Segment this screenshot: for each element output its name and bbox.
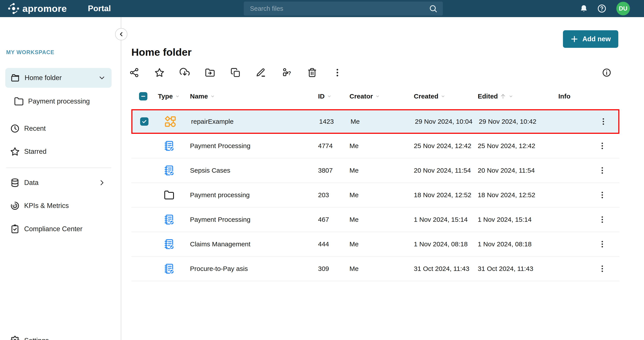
table-row[interactable]: Procure-to-Pay asis309Me31 Oct 2024, 11:… <box>131 257 620 281</box>
column-header-id[interactable]: ID <box>318 90 332 103</box>
change-owner-button[interactable]: ? <box>280 66 294 79</box>
row-actions-button[interactable] <box>596 238 608 250</box>
file-name[interactable]: Procure-to-Pay asis <box>190 265 248 272</box>
help-icon <box>597 4 607 13</box>
info-button[interactable] <box>600 66 613 79</box>
file-id: 467 <box>318 216 329 223</box>
kebab-icon <box>598 142 607 150</box>
file-name[interactable]: Claims Management <box>190 240 250 248</box>
row-actions-button[interactable] <box>598 116 609 127</box>
sidebar-item-compliance-center[interactable]: Compliance Center <box>0 219 118 239</box>
file-name[interactable]: Sepsis Cases <box>190 167 230 174</box>
database-icon <box>10 178 20 187</box>
sidebar-item-label: Compliance Center <box>24 225 82 233</box>
row-actions-button[interactable] <box>596 165 608 176</box>
file-edited: 29 Nov 2024, 10:42 <box>479 118 536 125</box>
column-label: Edited <box>478 93 498 100</box>
star-icon <box>154 68 164 78</box>
select-all-checkbox[interactable] <box>139 92 148 100</box>
sidebar-item-home-folder[interactable]: Home folder <box>5 68 112 88</box>
kebab-icon <box>598 191 607 199</box>
notifications-button[interactable] <box>580 0 588 17</box>
page-title: Home folder <box>131 46 192 58</box>
column-label: ID <box>318 93 325 100</box>
file-creator: Me <box>350 167 359 174</box>
row-actions-button[interactable] <box>596 263 608 274</box>
edit-button[interactable] <box>254 66 267 79</box>
row-checkbox[interactable] <box>140 117 148 126</box>
table-row[interactable]: Payment Processing4774Me25 Nov 2024, 12:… <box>131 134 620 158</box>
sidebar-collapse-button[interactable] <box>115 28 128 40</box>
change-owner-icon: ? <box>282 68 292 78</box>
file-id: 4774 <box>318 142 333 150</box>
brand-name: apromore <box>22 0 67 17</box>
table-row[interactable]: Payment processing203Me18 Nov 2024, 12:5… <box>131 183 620 207</box>
file-created: 18 Nov 2024, 12:52 <box>414 191 471 199</box>
check-icon <box>142 119 147 124</box>
file-table: repairExample1423Me29 Nov 2024, 10:0429 … <box>131 109 620 281</box>
product-name: Portal <box>88 0 111 17</box>
row-actions-button[interactable] <box>596 189 608 201</box>
file-creator: Me <box>350 240 359 248</box>
search-icon[interactable] <box>429 4 438 13</box>
chevron-down-icon <box>174 93 180 99</box>
column-header-type[interactable]: Type <box>158 90 180 103</box>
svg-text:?: ? <box>288 70 291 76</box>
chevron-down-icon <box>210 93 216 99</box>
column-header-edited[interactable]: Edited <box>478 90 514 103</box>
kebab-button[interactable] <box>331 66 344 79</box>
folder-icon <box>164 190 174 200</box>
sidebar-item-settings[interactable]: Settings <box>0 331 118 340</box>
copy-button[interactable] <box>229 66 242 79</box>
move-folder-button[interactable] <box>204 66 216 79</box>
chevron-right-icon[interactable] <box>98 179 106 187</box>
file-name[interactable]: repairExample <box>191 118 234 125</box>
sidebar-item-label: Home folder <box>24 74 62 82</box>
sidebar-item-starred[interactable]: Starred <box>0 142 118 162</box>
row-actions-button[interactable] <box>596 214 608 225</box>
row-actions-button[interactable] <box>596 140 608 152</box>
sidebar-item-recent[interactable]: Recent <box>0 119 118 138</box>
column-header-name[interactable]: Name <box>190 90 216 103</box>
search-input[interactable] <box>244 5 429 12</box>
file-edited: 25 Nov 2024, 12:42 <box>478 142 535 150</box>
table-row[interactable]: Sepsis Cases3807Me20 Nov 2024, 11:5420 N… <box>131 158 620 183</box>
file-edited: 31 Oct 2024, 11:43 <box>478 265 533 272</box>
cloud-download-button[interactable] <box>178 66 191 79</box>
file-creator: Me <box>350 118 360 125</box>
sidebar-item-label: Starred <box>24 148 46 156</box>
folder-open-icon <box>10 73 20 83</box>
user-avatar[interactable]: DU <box>616 2 630 15</box>
star-icon <box>10 147 20 157</box>
table-row[interactable]: Claims Management444Me1 Nov 2024, 08:181… <box>131 232 620 257</box>
file-name[interactable]: Payment Processing <box>190 216 250 223</box>
chevron-down-icon[interactable] <box>98 74 106 82</box>
file-creator: Me <box>350 265 359 272</box>
bpmn-icon <box>164 115 176 128</box>
help-button[interactable] <box>597 0 607 17</box>
kebab-icon <box>598 240 607 249</box>
search-bar[interactable] <box>244 1 443 15</box>
column-header-creator[interactable]: Creator <box>350 90 380 103</box>
kebab-icon <box>599 117 608 126</box>
folder-icon <box>14 97 24 106</box>
share-icon <box>129 68 139 78</box>
file-edited: 20 Nov 2024, 11:54 <box>478 167 535 174</box>
column-label: Info <box>558 93 570 100</box>
table-row[interactable]: repairExample1423Me29 Nov 2024, 10:0429 … <box>131 109 620 134</box>
share-button[interactable] <box>128 66 141 79</box>
log-icon <box>164 140 175 152</box>
copy-icon <box>230 68 240 78</box>
file-id: 203 <box>318 191 329 199</box>
sidebar-item-kpis-metrics[interactable]: KPIs & Metrics <box>0 196 118 216</box>
sidebar-item-data[interactable]: Data <box>0 173 118 193</box>
trash-button[interactable] <box>306 66 319 79</box>
table-row[interactable]: Payment Processing467Me1 Nov 2024, 15:14… <box>131 207 620 232</box>
gear-icon <box>10 336 20 340</box>
star-button[interactable] <box>153 66 166 79</box>
file-name[interactable]: Payment processing <box>190 191 250 199</box>
sidebar-item-payment-processing[interactable]: Payment processing <box>0 91 118 111</box>
file-name[interactable]: Payment Processing <box>190 142 250 150</box>
add-new-button[interactable]: Add new <box>563 30 618 48</box>
column-header-created[interactable]: Created <box>414 90 446 103</box>
